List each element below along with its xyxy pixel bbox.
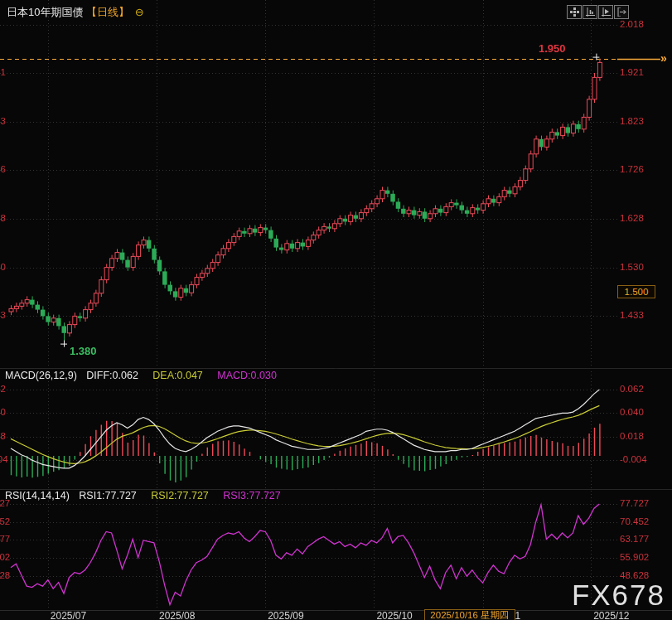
rsi-panel-header: RSI(14,14,14) RSI1:77.727 RSI2:77.727 RS… (5, 490, 281, 501)
axis-label: 70.452 (620, 516, 649, 526)
axis-label: 1.433 (0, 310, 6, 320)
axis-label: 1.726 (620, 164, 644, 174)
axis-label: 0.018 (620, 431, 644, 441)
axis-label: 48.628 (0, 570, 6, 580)
auto-play-icon[interactable] (598, 5, 613, 19)
macd-diff-value: DIFF:0.062 (86, 370, 138, 381)
axis-label: 1.921 (620, 67, 644, 77)
macd-title: MACD(26,12,9) (5, 370, 77, 381)
axis-label: 0.062 (620, 384, 644, 394)
axis-label: 0.040 (620, 407, 644, 417)
axis-scale-icon[interactable] (583, 5, 597, 19)
macd-panel-header: MACD(26,12,9) DIFF:0.062 DEA:0.047 MACD:… (5, 370, 277, 381)
axis-label: 1.823 (0, 116, 6, 126)
axis-label: 1.921 (0, 67, 6, 77)
time-axis-month-label: 2025/08 (159, 610, 195, 620)
rsi3-value: RSI3:77.727 (223, 490, 281, 501)
axis-label: 1.530 (620, 262, 644, 272)
axis-label: 0.018 (0, 431, 6, 441)
axis-label: 55.902 (0, 552, 6, 562)
go-to-latest-icon[interactable] (614, 5, 629, 19)
highlight-date-label: 2025/10/16 星期四 (424, 609, 515, 620)
axis-label: 0.062 (0, 384, 6, 394)
low-price-label: 1.380 (70, 345, 97, 357)
rsi2-value: RSI2:77.727 (151, 490, 209, 501)
time-axis-month-label: 2025/10 (376, 610, 412, 620)
macd-dea-value: DEA:0.047 (152, 370, 202, 381)
time-axis-month-label: 2025/07 (51, 610, 86, 620)
axis-label: 63.177 (620, 534, 649, 544)
axis-label: -0.004 (0, 454, 6, 464)
axis-label: 0.040 (0, 407, 6, 417)
axis-label: 70.452 (0, 516, 6, 526)
instrument-title: 日本10年期国债 (7, 6, 83, 18)
collapse-icon[interactable]: ⊖ (135, 6, 144, 18)
rsi-title: RSI(14,14,14) (5, 490, 70, 501)
chart-app: 日本10年期国债 【日线】 ⊖ MACD(26,12,9) DIFF:0.062… (0, 0, 672, 620)
axis-price-alert-box: 1.500 (617, 285, 655, 298)
macd-macd-value: MACD:0.030 (217, 370, 277, 381)
candlestick-chart-canvas[interactable] (0, 0, 672, 620)
fit-screen-icon[interactable] (567, 5, 582, 19)
axis-label: 63.177 (0, 534, 6, 544)
chart-toolbar (567, 5, 629, 19)
axis-label: 77.727 (620, 498, 649, 508)
watermark: FX678 (572, 579, 665, 612)
chart-title-bar: 日本10年期国债 【日线】 ⊖ (7, 5, 144, 20)
axis-label: -0.004 (620, 454, 647, 464)
axis-label: 1.433 (620, 310, 644, 320)
timeframe-label: 【日线】 (86, 6, 129, 18)
last-price-arrow-icon: » (660, 52, 667, 64)
axis-label: 1.726 (0, 164, 6, 174)
axis-label: 1.628 (620, 213, 644, 223)
axis-label: 1.628 (0, 213, 6, 223)
rsi1-value: RSI1:77.727 (79, 490, 137, 501)
time-axis-month-label: 2025/09 (268, 610, 303, 620)
axis-label: 1.823 (620, 116, 644, 126)
axis-label: 2.018 (620, 19, 644, 29)
high-price-label: 1.950 (539, 42, 566, 55)
axis-label: 55.902 (620, 552, 649, 562)
axis-label: 1.530 (0, 262, 6, 272)
